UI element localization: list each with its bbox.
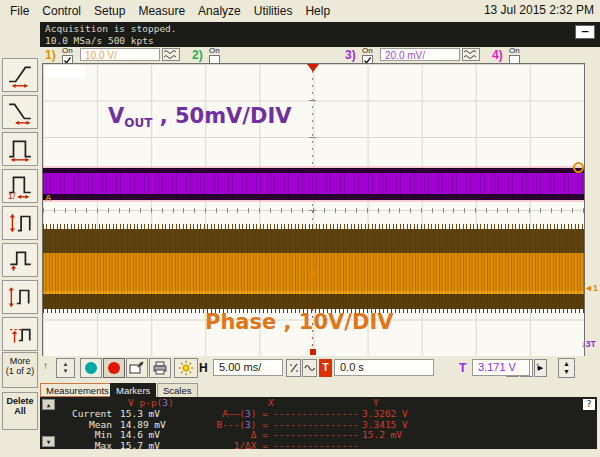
meas-fall-time-button[interactable] (2, 95, 38, 129)
base-level-icon (7, 247, 33, 273)
amplitude-icon (7, 210, 33, 236)
stat-value: 15.3 mV (120, 408, 160, 419)
measurement-header-row: V p-p(3) X Y (40, 397, 597, 408)
stop-icon (108, 362, 120, 374)
channel-3-on-label: On (362, 46, 373, 55)
channel-1-coupling-button[interactable] (162, 48, 180, 61)
more-button[interactable]: More (1 of 2) (2, 352, 38, 388)
rise-time-icon (7, 62, 33, 88)
marker-b-indicator[interactable] (573, 162, 584, 173)
grid-corner-patch (45, 65, 85, 78)
channel-1-on-label: On (62, 46, 73, 55)
marker-x-value: --------------- (273, 429, 359, 440)
minimize-status-button[interactable]: – (575, 25, 595, 39)
channel-1-button[interactable]: 1) (45, 48, 56, 62)
marker-a-indicator[interactable]: A (45, 193, 52, 203)
trigger-level-spinner[interactable]: ▲▼ (558, 358, 575, 378)
vout-trace (43, 168, 584, 200)
vout-annotation-sub: OUT (124, 116, 152, 130)
channel-2-on-label: On (209, 46, 220, 55)
waveform-display[interactable]: VOUT , 50mV/DIV Phase , 10V/DIV A (42, 63, 585, 357)
phase-trace (43, 229, 584, 309)
delay-field[interactable]: 0.0 s (334, 359, 434, 376)
marker-x-value: --------------- (273, 440, 359, 451)
menu-help[interactable]: Help (305, 4, 330, 18)
menu-bar: File Control Setup Measure Analyze Utili… (0, 0, 600, 21)
display-brightness-button[interactable] (174, 358, 198, 378)
trigger-badge[interactable]: T (319, 359, 332, 377)
menu-control[interactable]: Control (42, 4, 81, 18)
marker-x-value: --------------- (273, 408, 359, 419)
screen-capture-button[interactable] (126, 358, 148, 378)
sun-icon (178, 360, 194, 376)
delete-all-label-1: Delete (3, 396, 37, 406)
menu-setup[interactable]: Setup (94, 4, 125, 18)
marker-a-label: A——(3) = (190, 408, 268, 419)
meas-pos-width-button[interactable] (2, 132, 38, 166)
meas-maximum-button[interactable] (2, 280, 38, 314)
marker-x-value: --------------- (273, 419, 359, 430)
menu-file[interactable]: File (10, 4, 29, 18)
measurement-row-mean: Mean 14.89 mV B---(3) = --------------- … (40, 419, 597, 430)
marker-y-value: 3.3262 V (362, 408, 408, 419)
up-arrow-right[interactable]: ↑ (535, 360, 540, 371)
menu-utilities[interactable]: Utilities (254, 4, 293, 18)
horizontal-fine-button[interactable] (286, 359, 301, 377)
channel-1-scale-field[interactable]: 10.0 V/ (80, 48, 160, 61)
acquisition-status-text: Acquisition is stopped. (45, 23, 600, 35)
measurement-row-min: Min 14.6 mV Δ = --------------- 15.2 mV (40, 429, 597, 440)
horizontal-mode-button[interactable] (302, 359, 317, 377)
trigger-point-dot (309, 271, 316, 278)
channel-3-scale-field[interactable]: 20.0 mV/ (380, 48, 460, 61)
channel-3-trigger-level-marker[interactable]: ↓3T (581, 339, 596, 349)
maximum-icon (7, 284, 33, 310)
measurements-panel: ▲ ▼ ? V p-p(3) X Y Current 15.3 mV A——(3… (40, 397, 597, 449)
up-arrow-left[interactable]: ↑ (43, 360, 48, 371)
channel-1-reference-marker[interactable]: ◄1 (584, 283, 598, 293)
meas-top-button[interactable] (2, 317, 38, 351)
channel-4-button[interactable]: 4) (492, 48, 503, 62)
stat-value: 15.7 mV (120, 440, 160, 451)
tab-measurements[interactable]: Measurements (40, 383, 115, 397)
marker-y-value: 3.3415 V (362, 419, 408, 430)
trigger-bottom-marker (310, 349, 316, 355)
menu-analyze[interactable]: Analyze (198, 4, 241, 18)
screen-capture-icon (129, 361, 145, 375)
phase-trace-noise (43, 229, 584, 309)
meas-rise-time-button[interactable] (2, 58, 38, 92)
stat-label: Max (60, 440, 112, 451)
marker-x-header: X (268, 397, 274, 408)
vertical-spinner[interactable]: ▲▼ (56, 358, 75, 378)
delete-all-button[interactable]: Delete All (2, 392, 38, 430)
print-button[interactable] (149, 358, 171, 378)
fall-time-icon (7, 99, 33, 125)
timebase-field[interactable]: 5.00 ms/ (213, 359, 283, 376)
measurement-source-header: V p-p(3) (128, 397, 174, 408)
measurement-row-max: Max 15.7 mV 1/ΔX = --------------- (40, 440, 597, 451)
pulse-width-icon (7, 136, 33, 162)
tab-scales[interactable]: Scales (157, 383, 198, 397)
printer-icon (152, 361, 168, 375)
marker-b-label: B---(3) = (190, 419, 268, 430)
sine-icon (304, 362, 316, 374)
phase-annotation: Phase , 10V/DIV (205, 310, 394, 334)
delete-all-label-2: All (3, 406, 37, 416)
trigger-time-marker[interactable] (307, 64, 319, 72)
channel-4-on-label: On (509, 46, 520, 55)
run-button[interactable] (80, 358, 102, 378)
tab-markers[interactable]: Markers (110, 383, 156, 397)
trigger-level-field[interactable]: 3.171 V (472, 359, 530, 376)
channel-3-button[interactable]: 3) (345, 48, 356, 62)
meas-amplitude-button[interactable] (2, 206, 38, 240)
channel-3-coupling-button[interactable] (462, 48, 480, 61)
meas-base-button[interactable] (2, 243, 38, 277)
meas-frequency-button[interactable]: 1/ (2, 169, 38, 203)
acquisition-status-bar: Acquisition is stopped. 10.0 MSa/s 500 k… (40, 22, 600, 47)
channel-2-button[interactable]: 2) (192, 48, 203, 62)
stop-button[interactable] (103, 358, 125, 378)
menu-measure[interactable]: Measure (138, 4, 185, 18)
center-horizontal-ticks (43, 208, 584, 213)
more-page-indicator: (1 of 2) (3, 366, 37, 376)
vout-annotation-rest: , 50mV/DIV (152, 104, 291, 128)
vout-trace-noise (43, 168, 584, 200)
